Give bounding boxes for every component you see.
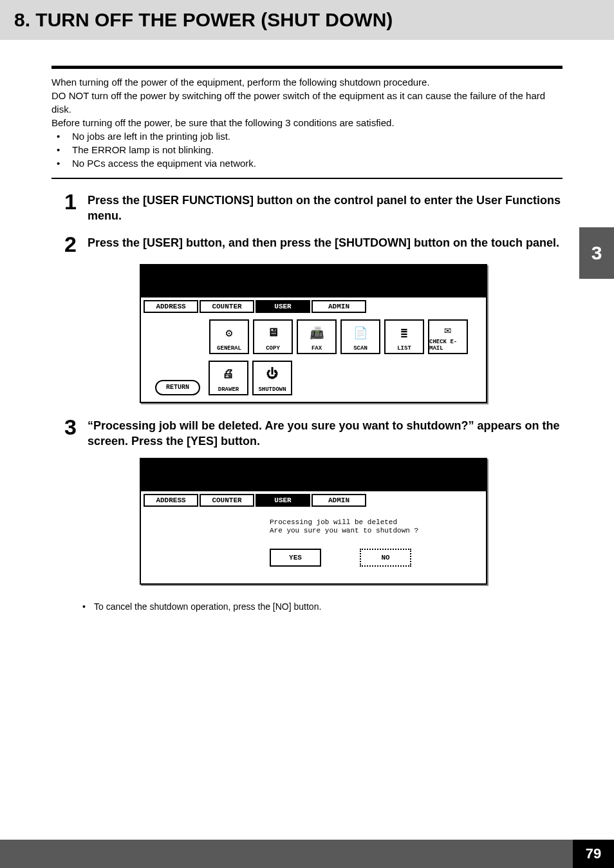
btn-general-label: GENERAL [217, 345, 241, 352]
intro-block: When turning off the power of the equipm… [51, 69, 563, 178]
btn-copy[interactable]: 🖥 COPY [253, 319, 293, 354]
touch-panel-screenshot-2: ADDRESS COUNTER USER ADMIN Processing jo… [140, 458, 487, 584]
step-1: 1 Press the [USER FUNCTIONS] button on t… [64, 191, 563, 224]
btn-list-label: LIST [397, 345, 411, 352]
section-title: 8. TURN OFF THE POWER (SHUT DOWN) [14, 9, 393, 31]
footer-bar: 79 [0, 840, 614, 868]
panel-tabs: ADDRESS COUNTER USER ADMIN [141, 297, 486, 313]
intro-bullet-2: The ERROR lamp is not blinking. [57, 143, 563, 156]
fax-icon: 📠 [310, 321, 324, 345]
btn-fax[interactable]: 📠 FAX [297, 319, 337, 354]
tab2-user[interactable]: USER [256, 494, 310, 507]
btn-shutdown-label: SHUTDOWN [258, 386, 286, 393]
confirm-msg-line1: Processing job will be deleted [270, 518, 473, 527]
confirm-buttons: YES NO [270, 549, 473, 567]
step-3-number: 3 [64, 416, 88, 449]
tab2-counter[interactable]: COUNTER [200, 494, 254, 507]
email-icon: ✉ [445, 321, 452, 339]
note-bullet-1: To cancel the shutdown operation, press … [82, 601, 563, 612]
tab-admin[interactable]: ADMIN [312, 300, 366, 313]
page-number: 79 [573, 840, 614, 868]
step-3: 3 “Processing job will be deleted. Are y… [64, 416, 563, 449]
yes-button[interactable]: YES [270, 549, 321, 567]
shutdown-icon: ⏻ [266, 362, 278, 386]
drawer-icon: 🖨 [223, 362, 234, 386]
btn-scan[interactable]: 📄 SCAN [340, 319, 380, 354]
tab-user[interactable]: USER [256, 300, 310, 313]
btn-drawer[interactable]: 🖨 DRAWER [209, 361, 248, 395]
panel2-tabs: ADDRESS COUNTER USER ADMIN [141, 491, 486, 507]
intro-bullet-1: No jobs are left in the printing job lis… [57, 129, 563, 143]
list-icon: ≣ [401, 321, 408, 345]
step-2-text: Press the [USER] button, and then press … [88, 233, 559, 255]
intro-p3: Before turning off the power, be sure th… [51, 116, 563, 129]
btn-check-email-label: CHECK E-MAIL [429, 339, 467, 352]
intro-bullets: No jobs are left in the printing job lis… [51, 129, 563, 170]
icon-row-2: 🖨 DRAWER ⏻ SHUTDOWN [200, 361, 292, 395]
panel2-black-header [141, 459, 486, 491]
btn-shutdown[interactable]: ⏻ SHUTDOWN [252, 361, 292, 395]
scan-icon: 📄 [353, 321, 367, 345]
tab-counter[interactable]: COUNTER [200, 300, 254, 313]
chapter-tab: 3 [579, 227, 614, 279]
btn-check-email[interactable]: ✉ CHECK E-MAIL [428, 319, 468, 354]
step-2-number: 2 [64, 233, 88, 255]
btn-general[interactable]: ⚙ GENERAL [209, 319, 249, 354]
icon-row-1: ⚙ GENERAL 🖥 COPY 📠 FAX 📄 SCAN [145, 319, 482, 354]
confirm-message: Processing job will be deleted Are you s… [270, 518, 473, 535]
step-3-text: “Processing job will be deleted. Are you… [88, 416, 563, 449]
step-1-text: Press the [USER FUNCTIONS] button on the… [88, 191, 563, 224]
note-block: To cancel the shutdown operation, press … [64, 598, 563, 612]
chapter-number: 3 [591, 242, 602, 264]
intro-bullet-3: No PCs access the equipment via network. [57, 156, 563, 170]
panel-black-header [141, 265, 486, 297]
btn-copy-label: COPY [266, 345, 280, 352]
section-header-bar: 8. TURN OFF THE POWER (SHUT DOWN) [0, 0, 614, 40]
general-icon: ⚙ [226, 321, 233, 345]
btn-return[interactable]: RETURN [155, 380, 200, 395]
no-button[interactable]: NO [360, 549, 411, 567]
main-content: When turning off the power of the equipm… [0, 66, 614, 612]
touch-panel-screenshot-1: ADDRESS COUNTER USER ADMIN ⚙ GENERAL 🖥 C… [140, 264, 487, 403]
icon-row-2-wrap: RETURN 🖨 DRAWER ⏻ SHUTDOWN [145, 361, 482, 395]
step-2: 2 Press the [USER] button, and then pres… [64, 233, 563, 255]
btn-fax-label: FAX [312, 345, 322, 352]
steps: 1 Press the [USER FUNCTIONS] button on t… [51, 179, 563, 612]
confirm-body: Processing job will be deleted Are you s… [141, 507, 486, 583]
tab2-admin[interactable]: ADMIN [312, 494, 366, 507]
btn-drawer-label: DRAWER [218, 386, 239, 393]
tab2-address[interactable]: ADDRESS [144, 494, 198, 507]
step-1-number: 1 [64, 191, 88, 224]
tab-address[interactable]: ADDRESS [144, 300, 198, 313]
intro-p2: DO NOT turn off the power by switching o… [51, 89, 563, 116]
panel-body: ⚙ GENERAL 🖥 COPY 📠 FAX 📄 SCAN [141, 313, 486, 402]
copy-icon: 🖥 [267, 321, 279, 345]
btn-scan-label: SCAN [353, 345, 367, 352]
intro-p1: When turning off the power of the equipm… [51, 75, 563, 89]
btn-list[interactable]: ≣ LIST [384, 319, 424, 354]
confirm-msg-line2: Are you sure you want to shutdown ? [270, 527, 473, 535]
